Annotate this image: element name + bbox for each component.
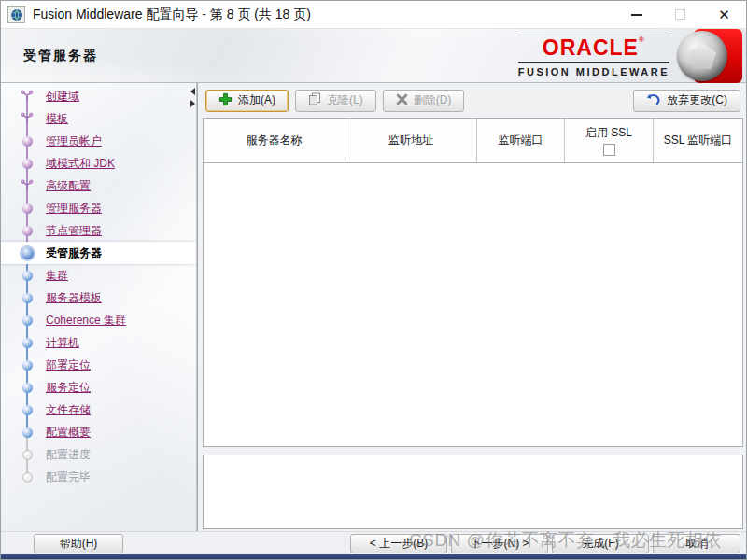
- sidebar-item-13[interactable]: 部署定位: [1, 354, 196, 376]
- sphere-blue-icon: [14, 427, 40, 438]
- sidebar-item-label: 管理员帐户: [46, 133, 102, 149]
- sidebar-item-3[interactable]: 管理员帐户: [1, 130, 196, 152]
- sphere-blue-icon: [14, 383, 40, 393]
- sidebar-item-4[interactable]: 域模式和 JDK: [1, 152, 196, 175]
- splitter-collapse-right-icon[interactable]: [190, 100, 195, 107]
- sphere-purple-icon: [14, 203, 40, 214]
- sidebar-item-1[interactable]: 创建域: [1, 85, 196, 107]
- oracle-sphere-icon: [677, 29, 742, 83]
- titlebar: Fusion Middleware 配置向导 - 第 8 页 (共 18 页) …: [1, 1, 746, 29]
- page-title: 受管服务器: [23, 48, 98, 64]
- background-window-edge: [1, 554, 747, 560]
- sphere-purple-icon: [14, 136, 40, 147]
- sidebar-item-15[interactable]: 文件存储: [1, 399, 196, 421]
- sphere-blue-icon: [14, 271, 40, 281]
- sidebar-item-label: 文件存储: [46, 402, 91, 418]
- app-globe-icon: [7, 6, 25, 23]
- sidebar-item-label: 服务器模板: [46, 290, 102, 306]
- sidebar-item-16[interactable]: 配置概要: [1, 421, 196, 443]
- splitter-collapse-left-icon[interactable]: [190, 88, 195, 95]
- sphere-purple-icon: [14, 159, 40, 169]
- sidebar-item-label: 配置完毕: [46, 469, 91, 485]
- sidebar-item-label: 集群: [46, 268, 68, 284]
- column-header-label: 启用 SSL: [585, 125, 632, 141]
- table-body-empty[interactable]: [204, 163, 742, 446]
- wizard-window: Fusion Middleware 配置向导 - 第 8 页 (共 18 页) …: [0, 0, 747, 560]
- horizontal-splitter[interactable]: [203, 447, 743, 455]
- column-header-label: SSL 监听端口: [664, 133, 733, 148]
- sidebar-item-12[interactable]: 计算机: [1, 331, 196, 354]
- sphere-disabled-icon: [14, 450, 40, 460]
- undo-arrow-icon: [646, 93, 661, 108]
- sidebar-item-label: 计算机: [46, 335, 79, 351]
- enable-ssl-checkbox[interactable]: [603, 144, 615, 156]
- sidebar-item-label: 高级配置: [46, 178, 91, 194]
- help-button[interactable]: 帮助(H): [34, 534, 123, 553]
- column-header-3: 监听端口: [477, 119, 565, 162]
- minimize-icon: [631, 14, 642, 16]
- sphere-disabled-icon: [14, 472, 40, 483]
- sidebar-item-18: 配置完毕: [1, 466, 196, 488]
- sidebar-item-11[interactable]: Coherence 集群: [1, 309, 196, 331]
- close-button[interactable]: ✕: [702, 1, 746, 28]
- add-button[interactable]: 添加(A): [205, 90, 289, 112]
- back-button[interactable]: < 上一步(B): [350, 534, 447, 553]
- sidebar-item-8[interactable]: 受管服务器: [1, 242, 196, 264]
- column-header-5: SSL 监听端口: [654, 119, 742, 162]
- fork-icon: [14, 179, 40, 192]
- discard-changes-button[interactable]: 放弃更改(C): [633, 90, 740, 112]
- sidebar-item-14[interactable]: 服务定位: [1, 376, 196, 399]
- message-panel: [203, 455, 743, 529]
- sidebar-item-label: 部署定位: [46, 357, 91, 373]
- sidebar-item-10[interactable]: 服务器模板: [1, 287, 196, 309]
- sidebar-item-5[interactable]: 高级配置: [1, 175, 196, 197]
- sidebar-item-label: 创建域: [46, 89, 79, 105]
- cancel-button[interactable]: 取消: [653, 534, 740, 553]
- column-header-1: 服务器名称: [204, 119, 345, 162]
- oracle-logo: ORACLE® FUSION MIDDLEWARE: [518, 29, 742, 83]
- column-header-label: 服务器名称: [247, 133, 303, 148]
- wizard-steps-sidebar: 创建域模板管理员帐户域模式和 JDK高级配置管理服务器节点管理器受管服务器集群服…: [1, 83, 197, 531]
- maximize-button: [658, 1, 702, 28]
- sidebar-item-label: 管理服务器: [46, 201, 102, 217]
- clone-copy-icon: [308, 92, 321, 108]
- sidebar-item-label: 域模式和 JDK: [46, 156, 115, 172]
- sphere-blue-icon: [14, 360, 40, 371]
- finish-button[interactable]: 完成(F): [552, 534, 649, 553]
- minimize-button[interactable]: [614, 1, 658, 28]
- sidebar-item-17: 配置进度: [1, 443, 196, 466]
- fork-icon: [14, 90, 40, 103]
- column-header-2: 监听地址: [345, 119, 477, 162]
- sidebar-item-6[interactable]: 管理服务器: [1, 197, 196, 219]
- managed-servers-table: 服务器名称监听地址监听端口启用 SSLSSL 监听端口: [203, 118, 743, 447]
- sphere-purple-icon: [14, 226, 40, 236]
- sidebar-item-label: Coherence 集群: [46, 313, 126, 329]
- maximize-icon: [675, 9, 685, 20]
- close-icon: ✕: [718, 7, 730, 21]
- toolbar: 添加(A) 克隆(L) 删除(D) 放弃更改(C): [203, 83, 743, 118]
- window-controls: ✕: [614, 1, 746, 28]
- sphere-current-icon: [14, 247, 40, 259]
- sidebar-item-7[interactable]: 节点管理器: [1, 219, 196, 242]
- main-panel: 添加(A) 克隆(L) 删除(D) 放弃更改(C): [197, 83, 747, 531]
- add-plus-icon: [218, 92, 233, 109]
- next-button[interactable]: 下一步(N) >: [451, 534, 548, 553]
- footer-bar: 帮助(H) < 上一步(B) 下一步(N) > 完成(F) 取消: [1, 531, 747, 554]
- delete-button: 删除(D): [383, 90, 465, 112]
- sidebar-item-label: 配置进度: [46, 447, 91, 463]
- header-banner: 受管服务器 ORACLE® FUSION MIDDLEWARE: [1, 29, 746, 83]
- sidebar-item-label: 配置概要: [46, 425, 91, 441]
- fork-icon: [14, 112, 40, 125]
- table-header-row: 服务器名称监听地址监听端口启用 SSLSSL 监听端口: [204, 119, 742, 163]
- column-header-label: 监听端口: [499, 133, 543, 148]
- sphere-blue-icon: [14, 405, 40, 415]
- sidebar-item-label: 服务定位: [46, 380, 91, 396]
- sphere-blue-icon: [14, 293, 40, 303]
- sidebar-item-2[interactable]: 模板: [1, 107, 196, 130]
- window-title: Fusion Middleware 配置向导 - 第 8 页 (共 18 页): [33, 7, 311, 23]
- sphere-blue-icon: [14, 338, 40, 348]
- column-header-4: 启用 SSL: [565, 119, 654, 162]
- sidebar-item-9[interactable]: 集群: [1, 264, 196, 287]
- column-header-label: 监听地址: [388, 133, 433, 148]
- delete-x-icon: [396, 93, 408, 108]
